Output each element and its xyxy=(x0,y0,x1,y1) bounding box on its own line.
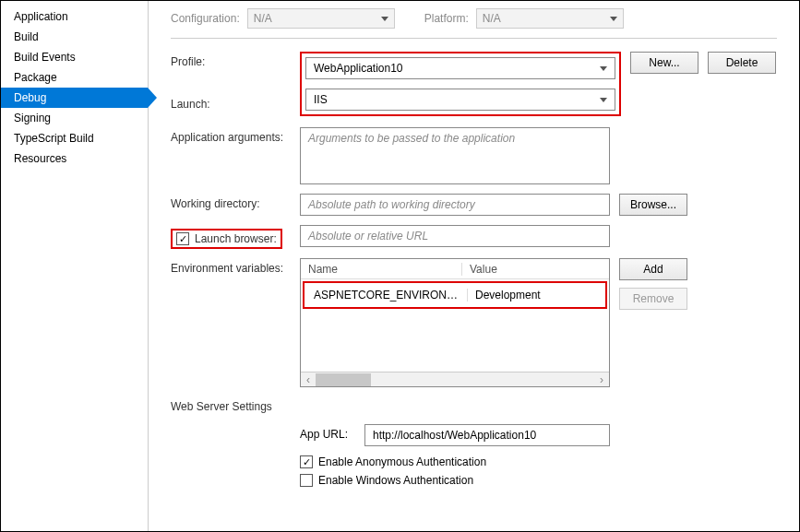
sidebar-item-application[interactable]: Application xyxy=(1,6,148,27)
env-vars-table[interactable]: Name Value ASPNETCORE_ENVIRONMENT Develo… xyxy=(300,258,610,387)
platform-label: Platform: xyxy=(424,12,469,25)
env-col-name: Name xyxy=(301,263,462,276)
working-dir-input[interactable]: Absolute path to working directory xyxy=(300,194,610,216)
scroll-right-icon[interactable]: › xyxy=(594,373,609,386)
chevron-down-icon xyxy=(600,98,607,102)
active-arrow-icon xyxy=(148,88,157,108)
sidebar-item-build[interactable]: Build xyxy=(1,27,148,47)
horizontal-scrollbar[interactable]: ‹ › xyxy=(301,372,609,386)
anon-auth-label: Enable Anonymous Authentication xyxy=(318,455,486,468)
platform-select: N/A xyxy=(476,8,624,29)
scroll-thumb[interactable] xyxy=(316,373,371,386)
web-server-settings-heading: Web Server Settings xyxy=(171,400,777,413)
divider xyxy=(171,38,777,39)
app-url-label: App URL: xyxy=(300,424,364,441)
env-col-value: Value xyxy=(462,263,609,276)
scroll-left-icon[interactable]: ‹ xyxy=(301,373,316,386)
launch-select[interactable]: IIS xyxy=(305,89,615,111)
sidebar-item-package[interactable]: Package xyxy=(1,67,148,88)
chevron-down-icon xyxy=(600,66,607,71)
main-panel: Configuration: N/A Platform: N/A Profile… xyxy=(149,1,799,531)
configuration-select: N/A xyxy=(247,8,395,29)
new-profile-button[interactable]: New... xyxy=(630,52,699,74)
add-env-button[interactable]: Add xyxy=(619,258,687,280)
highlight-profile-launch: WebApplication10 IIS xyxy=(300,52,621,116)
sidebar-item-signing[interactable]: Signing xyxy=(1,108,148,128)
profile-label: Profile: xyxy=(171,52,300,68)
chevron-down-icon xyxy=(610,17,617,21)
highlight-launch-browser: Launch browser: xyxy=(171,229,282,249)
windows-auth-checkbox[interactable] xyxy=(300,474,313,487)
windows-auth-label: Enable Windows Authentication xyxy=(318,474,473,487)
env-cell-value: Development xyxy=(468,289,603,301)
sidebar-item-build-events[interactable]: Build Events xyxy=(1,47,148,67)
app-args-input[interactable]: Arguments to be passed to the applicatio… xyxy=(300,127,610,184)
remove-env-button: Remove xyxy=(619,288,687,310)
working-dir-label: Working directory: xyxy=(171,194,300,210)
app-url-input[interactable]: http://localhost/WebApplication10 xyxy=(364,424,610,446)
anon-auth-checkbox[interactable] xyxy=(300,455,313,468)
app-args-label: Application arguments: xyxy=(171,127,300,144)
table-row[interactable]: ASPNETCORE_ENVIRONMENT Development xyxy=(306,285,603,305)
profile-select[interactable]: WebApplication10 xyxy=(305,57,615,79)
sidebar-item-typescript-build[interactable]: TypeScript Build xyxy=(1,128,148,148)
launch-browser-label: Launch browser: xyxy=(195,232,277,245)
env-cell-name: ASPNETCORE_ENVIRONMENT xyxy=(306,289,468,301)
launch-browser-checkbox[interactable] xyxy=(176,232,189,245)
sidebar: Application Build Build Events Package D… xyxy=(1,1,149,531)
env-header-row: Name Value xyxy=(301,259,609,279)
config-platform-row: Configuration: N/A Platform: N/A xyxy=(171,8,777,29)
sidebar-item-debug[interactable]: Debug xyxy=(1,88,148,108)
chevron-down-icon xyxy=(381,17,388,21)
launch-label: Launch: xyxy=(171,94,300,111)
delete-profile-button[interactable]: Delete xyxy=(708,52,776,74)
env-vars-label: Environment variables: xyxy=(171,258,300,275)
configuration-label: Configuration: xyxy=(171,12,240,25)
highlight-env-row: ASPNETCORE_ENVIRONMENT Development xyxy=(303,281,607,309)
scroll-track[interactable] xyxy=(316,373,594,386)
launch-browser-url-input[interactable]: Absolute or relative URL xyxy=(300,225,610,247)
sidebar-item-resources[interactable]: Resources xyxy=(1,148,148,169)
browse-button[interactable]: Browse... xyxy=(619,194,687,216)
